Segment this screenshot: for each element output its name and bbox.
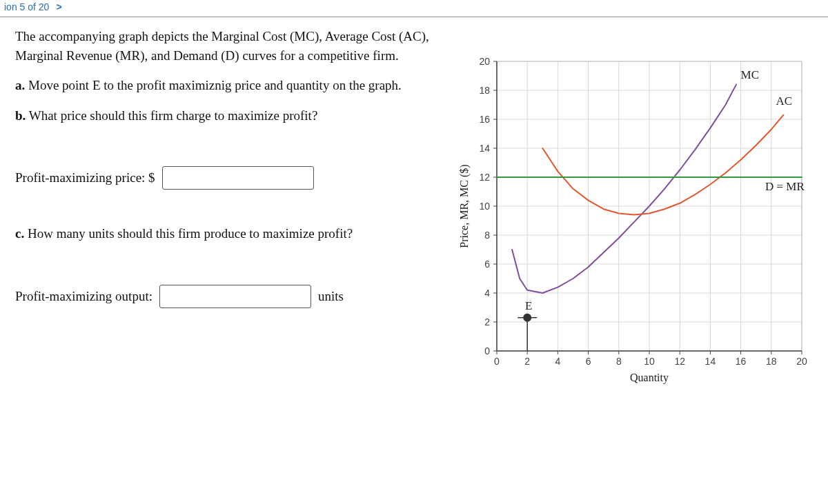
part-b: b. What price should this firm charge to… [15, 106, 429, 125]
svg-text:16: 16 [736, 356, 747, 367]
svg-text:Quantity: Quantity [630, 372, 669, 384]
question-progress: ion 5 of 20 > [0, 0, 828, 14]
part-c-label: c. [15, 226, 24, 241]
svg-text:12: 12 [479, 172, 490, 183]
part-a: a. Move point E to the profit maximiznig… [15, 76, 429, 95]
output-field-row: Profit-maximizing output: units [15, 285, 429, 308]
part-b-text: What price should this firm charge to ma… [26, 108, 317, 123]
svg-text:0: 0 [494, 356, 500, 367]
svg-text:18: 18 [766, 356, 777, 367]
price-label: Profit-maximizing price: $ [15, 168, 155, 188]
svg-text:Price, MR, MC ($): Price, MR, MC ($) [458, 164, 471, 248]
svg-text:4: 4 [555, 356, 561, 367]
svg-text:4: 4 [484, 288, 490, 299]
svg-text:10: 10 [479, 201, 490, 212]
svg-text:18: 18 [479, 85, 490, 96]
svg-text:0: 0 [484, 345, 490, 356]
part-c: c. How many units should this firm produ… [15, 224, 429, 243]
svg-text:14: 14 [705, 356, 716, 367]
svg-text:10: 10 [644, 356, 655, 367]
svg-text:2: 2 [524, 356, 530, 367]
svg-text:AC: AC [776, 94, 792, 108]
svg-text:E: E [525, 299, 532, 312]
svg-text:2: 2 [484, 316, 490, 327]
cost-curves-chart[interactable]: 0246810121416182002468101214161820Quanti… [457, 54, 828, 402]
part-a-text: Move point E to the profit maximiznig pr… [25, 78, 402, 92]
part-a-label: a. [15, 78, 25, 92]
svg-text:8: 8 [484, 230, 490, 241]
part-b-label: b. [15, 108, 26, 123]
svg-text:20: 20 [796, 356, 807, 367]
svg-point-76 [523, 314, 531, 322]
svg-text:MC: MC [741, 68, 759, 81]
next-chevron-icon[interactable]: > [56, 1, 61, 12]
output-input[interactable] [159, 285, 311, 308]
progress-text: ion 5 of 20 [4, 1, 49, 12]
output-label: Profit-maximizing output: [15, 287, 152, 306]
price-input[interactable] [162, 166, 314, 190]
question-text: The accompanying graph depicts the Margi… [15, 27, 429, 343]
units-label: units [318, 287, 344, 306]
svg-text:D = MR: D = MR [765, 180, 805, 193]
svg-text:8: 8 [616, 356, 622, 367]
svg-text:6: 6 [586, 356, 591, 367]
intro-paragraph: The accompanying graph depicts the Margi… [15, 27, 429, 65]
part-c-text: How many units should this firm produce … [24, 226, 353, 241]
svg-text:6: 6 [484, 259, 490, 270]
svg-text:16: 16 [479, 114, 490, 125]
svg-text:14: 14 [479, 143, 490, 154]
svg-text:20: 20 [479, 56, 490, 67]
price-field-row: Profit-maximizing price: $ [15, 166, 429, 190]
svg-text:12: 12 [674, 356, 685, 367]
